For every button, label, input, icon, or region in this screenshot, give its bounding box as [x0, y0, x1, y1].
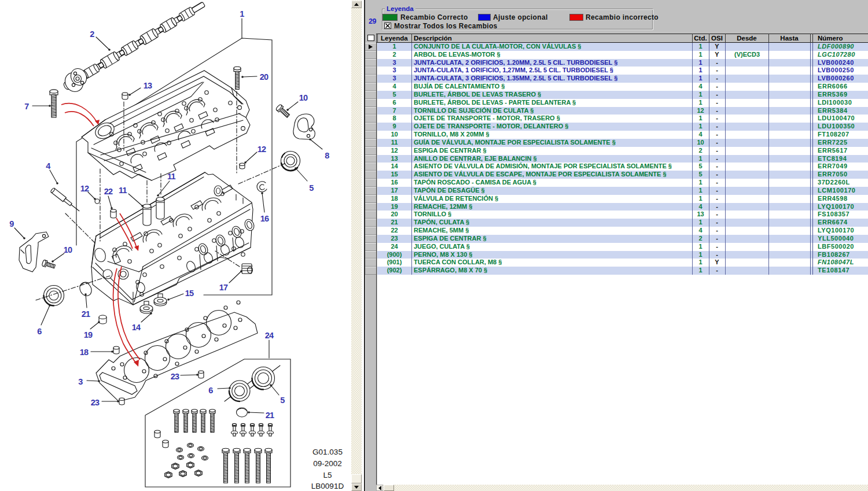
- svg-text:9: 9: [9, 219, 14, 228]
- svg-text:8: 8: [325, 151, 329, 160]
- svg-text:10: 10: [64, 245, 72, 254]
- svg-text:2: 2: [90, 29, 94, 39]
- svg-text:12: 12: [258, 145, 266, 154]
- svg-text:3: 3: [78, 377, 83, 386]
- svg-text:13: 13: [144, 81, 152, 90]
- svg-text:5: 5: [309, 183, 314, 193]
- svg-text:12: 12: [80, 184, 89, 193]
- svg-text:10: 10: [299, 93, 308, 102]
- svg-text:23: 23: [91, 398, 100, 407]
- svg-text:6: 6: [208, 386, 213, 395]
- svg-text:15: 15: [185, 289, 194, 298]
- svg-text:20: 20: [260, 72, 269, 82]
- svg-text:LB0091D: LB0091D: [311, 482, 344, 490]
- svg-text:L5: L5: [323, 471, 332, 479]
- svg-text:19: 19: [84, 330, 93, 339]
- svg-text:1: 1: [240, 9, 244, 19]
- svg-text:09-2002: 09-2002: [313, 459, 342, 468]
- svg-text:7: 7: [24, 102, 29, 111]
- svg-text:23: 23: [171, 372, 179, 381]
- svg-text:22: 22: [104, 187, 113, 196]
- svg-text:11: 11: [119, 186, 127, 195]
- svg-text:14: 14: [132, 323, 141, 332]
- svg-text:6: 6: [37, 327, 42, 336]
- svg-text:18: 18: [80, 348, 89, 357]
- svg-text:4: 4: [46, 161, 50, 171]
- svg-text:21: 21: [82, 309, 90, 319]
- svg-text:21: 21: [266, 411, 274, 420]
- svg-text:17: 17: [219, 283, 228, 292]
- svg-text:11: 11: [167, 172, 176, 181]
- svg-text:5: 5: [280, 396, 285, 405]
- svg-text:G01.035: G01.035: [312, 448, 343, 456]
- svg-text:16: 16: [260, 214, 269, 223]
- svg-text:24: 24: [265, 331, 274, 340]
